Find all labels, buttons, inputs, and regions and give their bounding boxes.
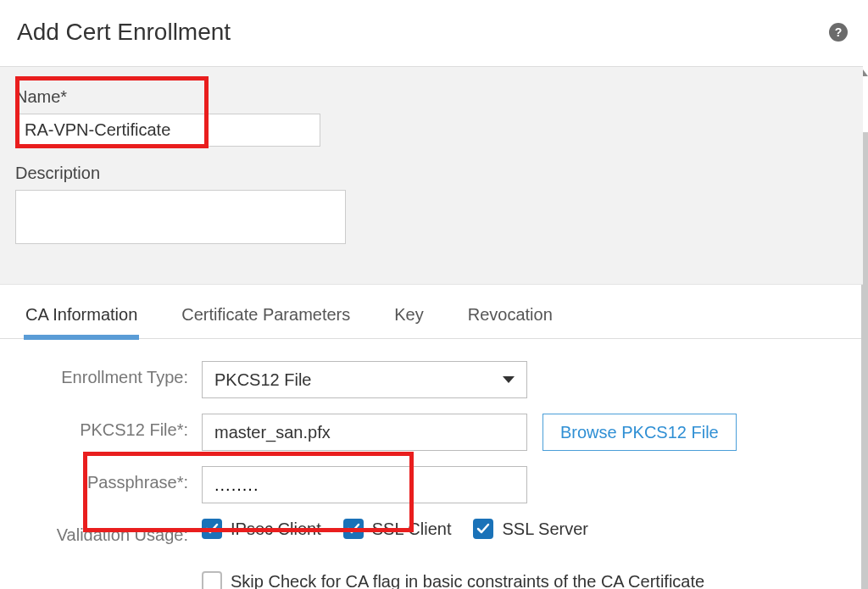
ipsec-client-checkbox[interactable] [202, 519, 222, 539]
pkcs12-file-display: master_san.pfx [202, 414, 527, 451]
check-icon [205, 522, 219, 536]
enrollment-type-label: Enrollment Type: [15, 361, 202, 387]
tab-key[interactable]: Key [394, 305, 423, 338]
header-fields-panel: Name* Description [0, 66, 863, 285]
help-icon[interactable]: ? [829, 23, 848, 42]
ipsec-client-label: IPsec Client [231, 520, 321, 539]
passphrase-label: Passphrase*: [15, 466, 202, 492]
name-label: Name* [15, 87, 848, 107]
dialog-title: Add Cert Enrollment [17, 19, 231, 46]
enrollment-type-select[interactable]: PKCS12 File [202, 361, 527, 398]
validation-usage-label: Validation Usage: [15, 519, 202, 545]
tab-certificate-parameters[interactable]: Certificate Parameters [181, 305, 350, 338]
ssl-client-checkbox[interactable] [343, 519, 364, 539]
browse-pkcs12-button[interactable]: Browse PKCS12 File [542, 414, 737, 451]
tab-revocation[interactable]: Revocation [468, 305, 553, 338]
ssl-client-label: SSL Client [372, 520, 452, 539]
enrollment-type-value: PKCS12 File [214, 370, 312, 390]
description-label: Description [15, 164, 848, 183]
pkcs12-file-label: PKCS12 File*: [15, 414, 202, 440]
ca-information-form: Enrollment Type: PKCS12 File PKCS12 File… [0, 339, 863, 589]
tabs: CA Information Certificate Parameters Ke… [0, 285, 863, 339]
skip-check-label: Skip Check for CA flag in basic constrai… [231, 572, 704, 590]
chevron-down-icon [503, 376, 515, 383]
skip-check-checkbox[interactable] [202, 571, 222, 589]
check-icon [476, 522, 490, 536]
ssl-server-checkbox[interactable] [473, 519, 493, 539]
ssl-server-label: SSL Server [502, 520, 588, 539]
pkcs12-file-value: master_san.pfx [214, 423, 331, 442]
passphrase-input[interactable] [202, 466, 527, 503]
tab-ca-information[interactable]: CA Information [25, 305, 137, 338]
description-input[interactable] [15, 190, 346, 244]
check-icon [347, 522, 360, 536]
name-input[interactable] [15, 114, 320, 147]
